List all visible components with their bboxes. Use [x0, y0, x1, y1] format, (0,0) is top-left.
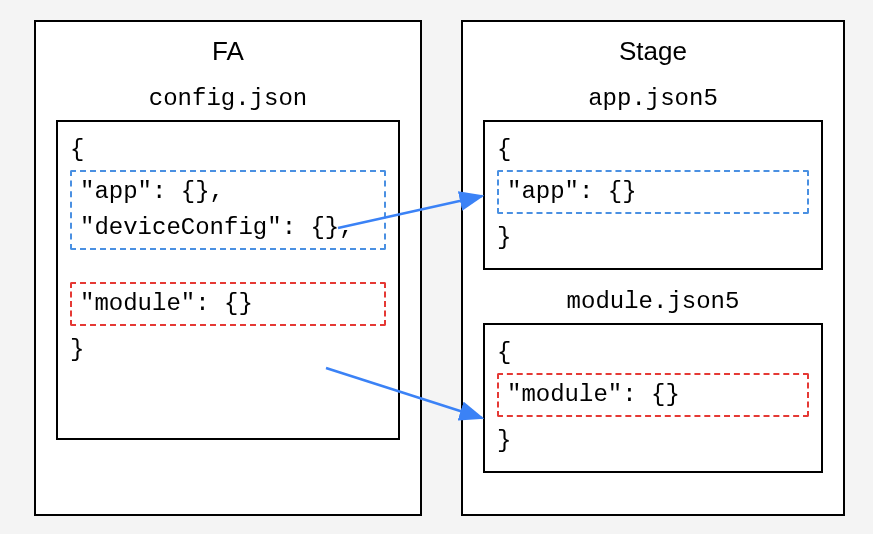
stage-panel: Stage app.json5 { "app": {} } module.jso…	[461, 20, 845, 516]
close-brace: }	[70, 332, 386, 368]
stage-app-line: "app": {}	[507, 174, 799, 210]
stage-file2-box: { "module": {} }	[483, 323, 823, 473]
stage-file1-box: { "app": {} }	[483, 120, 823, 270]
close-brace: }	[497, 220, 809, 256]
fa-app-line: "app": {},	[80, 174, 376, 210]
stage-module-line: "module": {}	[507, 377, 799, 413]
stage-title: Stage	[463, 36, 843, 67]
open-brace: {	[497, 132, 809, 168]
fa-deviceconfig-line: "deviceConfig": {},	[80, 210, 376, 246]
stage-module-group: "module": {}	[497, 373, 809, 417]
fa-app-group: "app": {}, "deviceConfig": {},	[70, 170, 386, 250]
stage-file2-name: module.json5	[463, 288, 843, 315]
close-brace: }	[497, 423, 809, 459]
fa-file-box: { "app": {}, "deviceConfig": {}, "module…	[56, 120, 400, 440]
fa-panel: FA config.json { "app": {}, "deviceConfi…	[34, 20, 422, 516]
fa-module-line: "module": {}	[80, 286, 376, 322]
fa-module-group: "module": {}	[70, 282, 386, 326]
fa-file-name: config.json	[36, 85, 420, 112]
gap	[70, 256, 386, 280]
open-brace: {	[70, 132, 386, 168]
fa-title: FA	[36, 36, 420, 67]
open-brace: {	[497, 335, 809, 371]
stage-app-group: "app": {}	[497, 170, 809, 214]
stage-file1-name: app.json5	[463, 85, 843, 112]
